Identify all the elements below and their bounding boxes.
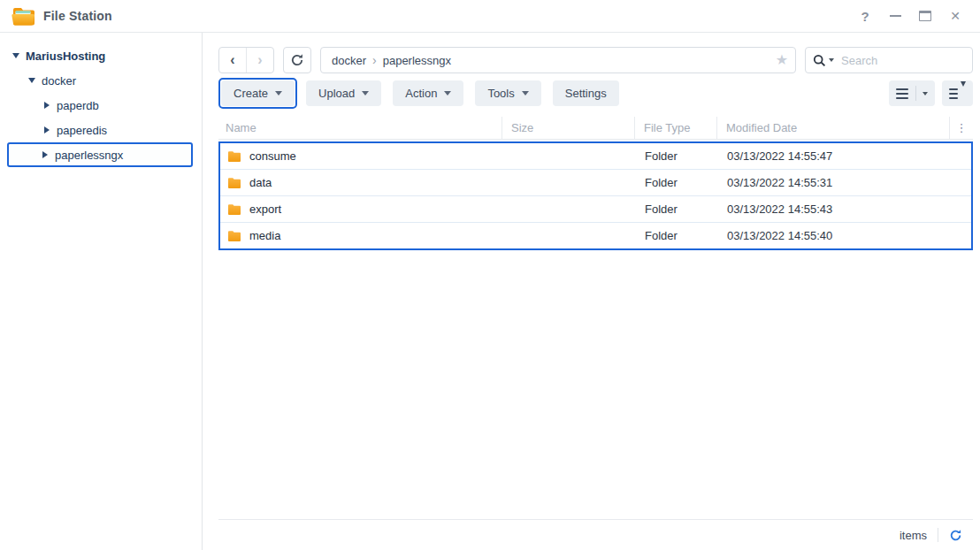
back-button[interactable]: ‹ <box>219 48 247 73</box>
divider <box>938 528 938 542</box>
folder-icon <box>227 150 241 163</box>
file-station-logo-icon <box>11 6 34 26</box>
refresh-button[interactable] <box>283 47 311 73</box>
chevron-down-icon <box>444 91 451 95</box>
file-modified: 03/13/2022 14:55:47 <box>718 143 951 169</box>
toolbar: Create Upload Action Tools Settings <box>218 79 973 108</box>
chevron-right-icon[interactable] <box>44 102 50 109</box>
chevron-down-icon <box>362 91 369 95</box>
search-input[interactable] <box>839 53 965 68</box>
main-panel: ‹ › docker › paperlessngx ★ <box>203 33 980 550</box>
file-name: export <box>249 202 281 216</box>
chevron-down-icon <box>522 91 529 95</box>
table-row[interactable]: consume Folder 03/13/2022 14:55:47 <box>220 143 971 169</box>
annotation-box-rows: consume Folder 03/13/2022 14:55:47 data <box>218 141 973 250</box>
action-button[interactable]: Action <box>393 80 463 106</box>
annotation-box-create: Create <box>218 78 297 109</box>
file-type: Folder <box>636 223 718 248</box>
column-header-name[interactable]: Name <box>218 117 501 139</box>
folder-icon <box>227 177 241 189</box>
favorite-star-icon[interactable]: ★ <box>776 53 788 67</box>
list-view-icon <box>896 86 908 102</box>
table-row[interactable]: export Folder 03/13/2022 14:55:43 <box>220 195 971 222</box>
tree-label: paperedis <box>57 124 107 137</box>
tree-label: paperdb <box>57 99 99 112</box>
sort-button[interactable] <box>942 80 973 106</box>
minimize-icon[interactable] <box>886 7 904 25</box>
create-button[interactable]: Create <box>221 80 295 106</box>
column-header-size[interactable]: Size <box>501 117 634 139</box>
status-bar: items <box>218 519 973 550</box>
chevron-down-icon <box>923 92 928 95</box>
file-modified: 03/13/2022 14:55:31 <box>718 170 951 195</box>
breadcrumb[interactable]: docker › paperlessngx ★ <box>320 47 796 73</box>
divider <box>915 86 916 101</box>
tools-button[interactable]: Tools <box>475 80 540 106</box>
folder-icon <box>227 230 241 242</box>
file-modified: 03/13/2022 14:55:43 <box>718 196 951 222</box>
chevron-down-icon[interactable] <box>12 53 19 58</box>
file-modified: 03/13/2022 14:55:40 <box>718 223 951 248</box>
search-options-caret-icon[interactable] <box>829 58 834 62</box>
folder-icon <box>227 203 241 216</box>
file-size <box>503 170 636 195</box>
file-type: Folder <box>636 143 718 169</box>
tree-label: docker <box>42 74 76 88</box>
column-header-filetype[interactable]: File Type <box>634 117 716 139</box>
sidebar-item-docker[interactable]: docker <box>0 68 202 93</box>
column-header-modified[interactable]: Modified Date <box>716 117 949 139</box>
settings-button[interactable]: Settings <box>553 80 619 106</box>
upload-button[interactable]: Upload <box>306 80 381 106</box>
close-icon[interactable]: ✕ <box>946 7 964 25</box>
window-controls: ? ✕ <box>856 7 964 25</box>
tree-label: MariusHosting <box>26 50 105 63</box>
view-mode-button[interactable] <box>889 80 935 106</box>
breadcrumb-separator: › <box>372 53 377 67</box>
items-count-label: items <box>900 529 927 542</box>
file-type: Folder <box>636 196 718 222</box>
history-buttons: ‹ › <box>218 47 274 73</box>
chevron-right-icon[interactable] <box>42 151 48 158</box>
navigation-bar: ‹ › docker › paperlessngx ★ <box>218 47 973 73</box>
file-size <box>503 223 636 248</box>
file-size <box>503 196 636 222</box>
file-size <box>503 143 636 169</box>
app-title: File Station <box>43 9 112 23</box>
annotation-box-paperlessngx: paperlessngx <box>7 142 193 167</box>
chevron-right-icon[interactable] <box>44 126 50 134</box>
table-header: Name Size File Type Modified Date ⋮ <box>218 117 973 140</box>
column-options-icon[interactable]: ⋮ <box>949 117 973 139</box>
sidebar-item-mariushosting[interactable]: MariusHosting <box>0 43 202 68</box>
sidebar-item-paperdb[interactable]: paperdb <box>0 93 202 118</box>
file-station-window: File Station ? ✕ MariusHosting docker pa… <box>0 0 980 550</box>
file-name: consume <box>249 149 296 163</box>
chevron-down-icon[interactable] <box>28 78 35 83</box>
folder-tree-sidebar: MariusHosting docker paperdb paperedis p… <box>0 33 203 550</box>
status-refresh-button[interactable] <box>949 529 962 542</box>
breadcrumb-current[interactable]: paperlessngx <box>383 54 451 67</box>
table-row[interactable]: data Folder 03/13/2022 14:55:31 <box>220 169 971 195</box>
table-row[interactable]: media Folder 03/13/2022 14:55:40 <box>220 222 971 248</box>
file-name: media <box>249 229 280 242</box>
sidebar-item-paperedis[interactable]: paperedis <box>0 118 202 142</box>
breadcrumb-root[interactable]: docker <box>332 54 366 67</box>
tree-label: paperlessngx <box>55 149 123 162</box>
file-type: Folder <box>636 170 718 195</box>
chevron-down-icon <box>275 91 282 95</box>
forward-button[interactable]: › <box>247 48 273 73</box>
titlebar: File Station ? ✕ <box>0 0 980 33</box>
file-name: data <box>249 176 272 189</box>
refresh-icon <box>949 529 962 542</box>
search-icon <box>813 54 826 67</box>
refresh-icon <box>290 53 304 67</box>
search-box[interactable] <box>805 47 973 73</box>
help-icon[interactable]: ? <box>856 7 874 25</box>
maximize-icon[interactable] <box>916 7 934 25</box>
sidebar-item-paperlessngx[interactable]: paperlessngx <box>9 144 191 165</box>
sort-icon <box>949 86 966 102</box>
